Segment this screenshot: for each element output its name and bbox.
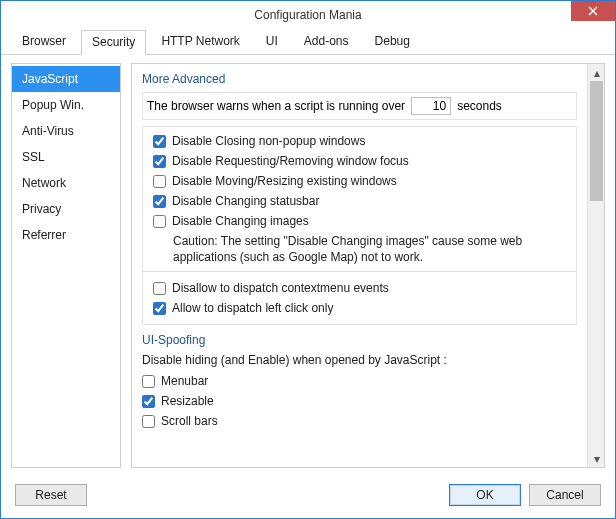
warn-suffix: seconds [457,99,502,113]
warn-prefix: The browser warns when a script is runni… [147,99,405,113]
warn-seconds-input[interactable] [411,97,451,115]
lbl-statusbar: Disable Changing statusbar [172,194,319,208]
group-title-more-advanced: More Advanced [142,72,577,86]
reset-button[interactable]: Reset [15,484,87,506]
separator [143,271,576,272]
chk-menubar[interactable] [142,375,155,388]
vertical-scrollbar[interactable]: ▴ ▾ [587,64,604,467]
sidebar-item-privacy[interactable]: Privacy [12,196,120,222]
sidebar-item-referrer[interactable]: Referrer [12,222,120,248]
scroll-up-arrow-icon[interactable]: ▴ [588,64,605,81]
footer: Reset OK Cancel [1,472,615,518]
chk-window-focus[interactable] [153,155,166,168]
body: JavaScript Popup Win. Anti-Virus SSL Net… [1,55,615,472]
chk-move-resize[interactable] [153,175,166,188]
titlebar: Configuration Mania [1,1,615,29]
tab-ui[interactable]: UI [255,29,289,54]
close-button[interactable] [571,1,615,21]
cancel-button[interactable]: Cancel [529,484,601,506]
chk-statusbar[interactable] [153,195,166,208]
content: More Advanced The browser warns when a s… [132,64,587,467]
lbl-leftclick: Allow to dispatch left click only [172,301,333,315]
lbl-window-focus: Disable Requesting/Removing window focus [172,154,409,168]
scroll-down-arrow-icon[interactable]: ▾ [588,450,605,467]
lbl-contextmenu: Disallow to dispatch contextmenu events [172,281,389,295]
sidebar-item-network[interactable]: Network [12,170,120,196]
sidebar-item-javascript[interactable]: JavaScript [12,66,120,92]
scroll-thumb[interactable] [590,81,603,201]
script-warn-row: The browser warns when a script is runni… [142,92,577,120]
lbl-close-nonpopup: Disable Closing non-popup windows [172,134,365,148]
close-icon [588,6,598,16]
main-panel: More Advanced The browser warns when a s… [131,63,605,468]
tab-security[interactable]: Security [81,30,146,55]
window-title: Configuration Mania [254,8,361,22]
lbl-resizable: Resizable [161,394,214,408]
lbl-images: Disable Changing images [172,214,309,228]
chk-contextmenu[interactable] [153,282,166,295]
tab-http-network[interactable]: HTTP Network [150,29,250,54]
lbl-scrollbars: Scroll bars [161,414,218,428]
chk-resizable[interactable] [142,395,155,408]
sidebar-item-antivirus[interactable]: Anti-Virus [12,118,120,144]
chk-scrollbars[interactable] [142,415,155,428]
sidebar-item-ssl[interactable]: SSL [12,144,120,170]
sidebar-item-popup[interactable]: Popup Win. [12,92,120,118]
lbl-move-resize: Disable Moving/Resizing existing windows [172,174,397,188]
ok-button[interactable]: OK [449,484,521,506]
tab-browser[interactable]: Browser [11,29,77,54]
chk-close-nonpopup[interactable] [153,135,166,148]
config-window: Configuration Mania Browser Security HTT… [0,0,616,519]
sidebar: JavaScript Popup Win. Anti-Virus SSL Net… [11,63,121,468]
group-title-ui-spoofing: UI-Spoofing [142,333,577,347]
tab-addons[interactable]: Add-ons [293,29,360,54]
ui-spoofing-subtitle: Disable hiding (and Enable) when opened … [142,353,577,367]
chk-images[interactable] [153,215,166,228]
caution-text: Caution: The setting "Disable Changing i… [173,233,566,265]
chk-leftclick[interactable] [153,302,166,315]
more-advanced-options: Disable Closing non-popup windows Disabl… [142,126,577,325]
tabbar: Browser Security HTTP Network UI Add-ons… [1,29,615,55]
tab-debug[interactable]: Debug [364,29,421,54]
lbl-menubar: Menubar [161,374,208,388]
